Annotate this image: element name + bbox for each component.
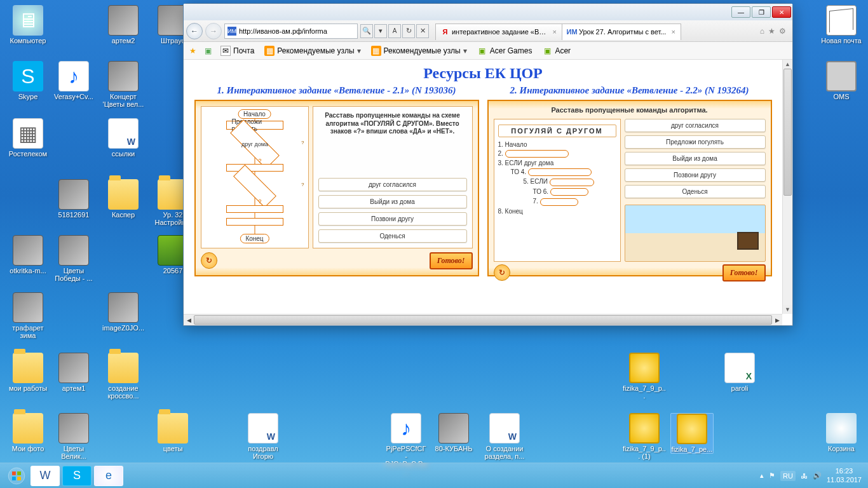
start-button[interactable] [4,463,29,489]
browser-tab[interactable]: ИМУрок 27. Алгоритмы с вет...× [562,24,681,40]
desktop-icon[interactable]: SSkype [6,61,50,100]
slot[interactable] [505,150,569,158]
flowchart-panel[interactable]: Начало Предложи погулять друг дома ? ? ?… [201,106,309,248]
tab-close-icon[interactable]: × [553,28,557,36]
desktop-icon[interactable]: imageZ0JO... [102,292,145,332]
desktop-icon[interactable]: О создании раздела, п... [483,413,526,460]
fc-slot-1[interactable] [226,164,283,172]
desktop-icon[interactable]: ссылки [102,118,145,158]
chip[interactable]: Оденься [318,229,467,243]
task-2-ready-button[interactable]: Готово! [722,264,766,281]
desktop-icon[interactable]: артем2 [102,5,145,44]
desktop-icon[interactable]: ♪Verasy+Cv... [52,61,95,100]
chip[interactable]: Предложи погулять [625,135,766,149]
taskbar-item-skype[interactable]: S [62,466,92,486]
desktop-icon[interactable]: трафарет зима [6,292,50,339]
add-favorite-icon[interactable]: ★ [187,46,198,56]
fc-slot-3[interactable] [226,218,283,226]
task-1-reset-button[interactable]: ↻ [201,252,217,269]
desktop-icon[interactable]: Каспер [102,179,145,219]
search-dropdown[interactable]: ▾ [374,24,387,38]
task-2-reset-button[interactable]: ↻ [494,264,510,281]
desktop-icon[interactable]: 51812691 [52,179,95,219]
desktop-icon-label: otkritka-m... [6,267,50,274]
scroll-right-arrow[interactable]: ▶ [772,315,782,325]
taskbar: W S e ▴ ⚑ RU 🖧 🔊 16:23 11.03.2017 [0,463,868,488]
desktop-icon[interactable]: Цветы Велик... [52,413,95,460]
stop-button[interactable]: ✕ [416,24,429,38]
refresh-button[interactable]: ↻ [402,24,415,38]
tray-show-hidden-icon[interactable]: ▴ [760,471,764,480]
browser-tab[interactable]: Яинтерактивное задание «Ветв...× [435,24,562,40]
chip[interactable]: друг согласился [625,119,766,132]
favbar-mail[interactable]: ✉Почта [218,44,257,57]
window-close-button[interactable]: ✕ [772,6,791,18]
desktop-icon[interactable]: поздравл Игорю [241,413,285,460]
favbar-recommended-1[interactable]: ▦Рекомендуемые узлы [262,44,363,57]
web-slice-icon[interactable]: ▣ [203,46,213,56]
chip[interactable]: Выйди из дома [318,195,467,208]
desktop-icon[interactable]: Новая почта [820,5,863,44]
scroll-left-arrow[interactable]: ◀ [184,315,194,325]
slot[interactable] [550,179,594,186]
window-minimize-button[interactable]: — [731,6,750,18]
tray-network-icon[interactable]: 🖧 [801,472,808,480]
desktop-icon[interactable]: Концерт 'Цветы вел... [102,61,145,108]
slot[interactable] [528,168,592,176]
tools-icon[interactable]: ⚙ [779,27,786,36]
desktop-icon[interactable]: otkritka-m... [6,235,50,274]
chip[interactable]: друг согласился [318,178,467,191]
desktop-icon[interactable]: ▦Ростелеком [6,118,50,158]
chip[interactable]: Оденься [625,185,766,198]
scroll-thumb[interactable] [783,69,792,196]
desktop-icon[interactable]: OMS [820,61,863,100]
favbar-recommended-2[interactable]: ▦Рекомендуемые узлы [369,44,470,57]
scroll-up-arrow[interactable]: ▲ [783,60,792,69]
vertical-scrollbar[interactable]: ▲ ▼ [782,60,792,314]
desktop-icon[interactable]: 🖥Компьютер [6,5,50,44]
favorites-icon[interactable]: ★ [768,27,775,36]
desktop-icon[interactable]: fizika_7_9_p... [623,353,666,400]
slot[interactable] [540,198,578,206]
desktop-icon[interactable]: Корзина [820,413,863,452]
chip[interactable]: Позвони другу [625,168,766,182]
desktop-icon[interactable]: paroli [718,353,761,392]
favbar-acer[interactable]: ▣Acer [539,44,573,57]
window-titlebar[interactable]: — ❐ ✕ [184,4,792,20]
tray-action-center-icon[interactable]: ⚑ [769,471,775,480]
desktop-icon[interactable]: артем1 [52,353,95,392]
hscroll-thumb[interactable] [194,315,772,325]
address-bar[interactable]: ИМ http://иванов-ам.рф/informa [224,24,358,39]
chip[interactable]: Выйди из дома [625,152,766,165]
desktop-icon[interactable]: создание кроссво... [102,353,145,400]
favbar-acer-games[interactable]: ▣Acer Games [475,44,535,57]
desktop-icon[interactable]: fizika_7_9_p... (1) [623,413,666,460]
taskbar-item-ie[interactable]: e [94,466,123,486]
taskbar-item-word[interactable]: W [31,466,60,486]
task-1-frame: Начало Предложи погулять друг дома ? ? ?… [194,100,479,276]
desktop-icon[interactable]: 80-КУБАНЬ [432,413,475,452]
tray-volume-icon[interactable]: 🔊 [813,471,822,480]
tray-language[interactable]: RU [780,471,796,481]
horizontal-scrollbar[interactable]: ◀ ▶ [184,314,782,325]
compat-view-button[interactable]: A [388,24,401,38]
desktop-icon[interactable]: Цветы Победы - ... [52,235,95,282]
chip[interactable]: Позвони другу [318,212,467,226]
fc-slot-2[interactable] [226,205,283,213]
desktop-icon[interactable]: мои работы [6,353,50,392]
img-icon [108,5,139,36]
slot[interactable] [550,188,588,196]
window-maximize-button[interactable]: ❐ [752,6,771,18]
desktop-icon[interactable]: цветы [151,413,194,452]
search-button[interactable]: 🔍 [360,24,373,38]
tray-clock[interactable]: 16:23 11.03.2017 [827,467,864,484]
desktop-icon[interactable]: fizika_7_pe... [670,413,714,454]
nav-back-button[interactable]: ← [186,23,203,39]
folder-icon [158,413,188,444]
nav-forward-button[interactable]: → [205,23,222,39]
task-1-ready-button[interactable]: Готово! [430,252,473,269]
scroll-down-arrow[interactable]: ▼ [783,305,792,314]
tab-close-icon[interactable]: × [671,28,675,36]
desktop-icon[interactable]: Мои фото [6,413,50,452]
home-icon[interactable]: ⌂ [760,27,764,36]
